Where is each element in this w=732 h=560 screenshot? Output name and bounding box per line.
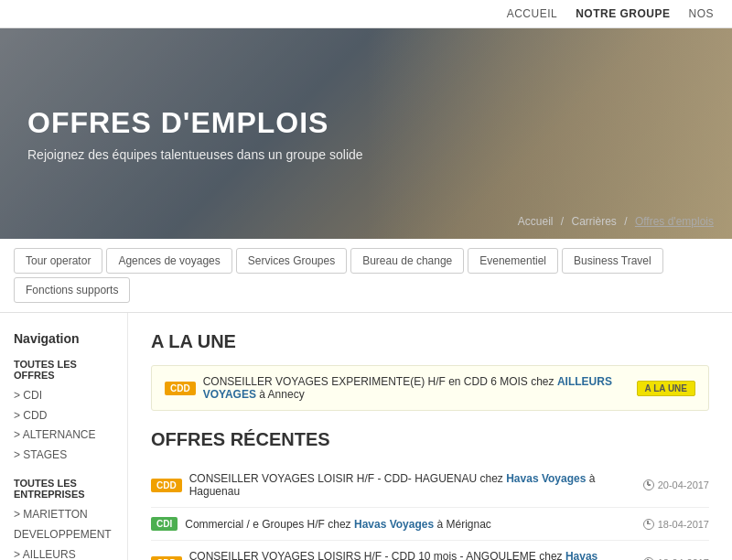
nav-notre-groupe[interactable]: NOTRE GROUPE bbox=[576, 7, 670, 20]
sidebar-alternance[interactable]: > ALTERNANCE bbox=[14, 425, 113, 446]
sidebar-cdi[interactable]: > CDI bbox=[14, 386, 113, 406]
offer-item-0[interactable]: CDD CONSEILLER VOYAGES LOISIR H/F - CDD-… bbox=[151, 463, 709, 508]
featured-badge: CDD bbox=[165, 382, 196, 395]
offer-item-0-left: CDD CONSEILLER VOYAGES LOISIR H/F - CDD-… bbox=[151, 472, 643, 498]
featured-offer-left: CDD CONSEILLER VOYAGES EXPERIMENTE(E) H/… bbox=[165, 375, 637, 401]
tab-bureau-change[interactable]: Bureau de change bbox=[350, 248, 464, 274]
tab-fonctions-supports[interactable]: Fonctions supports bbox=[14, 277, 130, 303]
clock-icon-0 bbox=[643, 479, 654, 490]
offer-1-text: Commercial / e Groupes H/F chez Havas Vo… bbox=[185, 518, 642, 531]
main-layout: Navigation TOUTES LES OFFRES > CDI > CDD… bbox=[0, 313, 732, 560]
sidebar: Navigation TOUTES LES OFFRES > CDI > CDD… bbox=[0, 313, 128, 560]
sidebar-marietton[interactable]: > MARIETTON DEVELOPPEMENT bbox=[14, 505, 113, 544]
breadcrumb: Accueil / Carrières / Offres d'emplois bbox=[518, 215, 714, 228]
offer-item-1-left: CDI Commercial / e Groupes H/F chez Hava… bbox=[151, 517, 643, 531]
hero-content: OFFRES D'EMPLOIS Rejoignez des équipes t… bbox=[27, 106, 705, 162]
tab-services-groupes[interactable]: Services Groupes bbox=[236, 248, 347, 274]
sidebar-ailleurs[interactable]: > AILLEURS bbox=[14, 545, 113, 560]
tab-agences-voyages[interactable]: Agences de voyages bbox=[106, 248, 231, 274]
featured-offer[interactable]: CDD CONSEILLER VOYAGES EXPERIMENTE(E) H/… bbox=[151, 365, 709, 411]
breadcrumb-sep1: / bbox=[561, 215, 564, 228]
offer-2-badge: CDD bbox=[151, 556, 182, 561]
offer-0-text: CONSEILLER VOYAGES LOISIR H/F - CDD- HAG… bbox=[189, 472, 643, 498]
nav-accueil[interactable]: ACCUEIL bbox=[507, 7, 558, 20]
offer-1-badge: CDI bbox=[151, 517, 178, 531]
sidebar-all-companies-heading: TOUTES LES ENTREPRISES bbox=[14, 478, 113, 500]
sidebar-stages[interactable]: > STAGES bbox=[14, 446, 113, 466]
alaune-badge: A LA UNE bbox=[637, 381, 695, 396]
offer-1-location: à Mérignac bbox=[436, 518, 490, 531]
main-content: A LA UNE CDD CONSEILLER VOYAGES EXPERIME… bbox=[128, 313, 732, 560]
sidebar-cdd[interactable]: > CDD bbox=[14, 406, 113, 426]
offer-item-2-left: CDD CONSEILLER VOYAGES LOISIRS H/F - CDD… bbox=[151, 550, 643, 560]
tab-evenementiel[interactable]: Evenementiel bbox=[468, 248, 558, 274]
recent-offers-section-title: OFFRES RÉCENTES bbox=[151, 429, 709, 450]
hero-subtitle: Rejoignez des équipes talentueuses dans … bbox=[27, 147, 705, 162]
offer-0-date-text: 20-04-2017 bbox=[658, 479, 709, 490]
offer-1-company: Havas Voyages bbox=[354, 518, 434, 531]
offer-1-date-text: 18-04-2017 bbox=[658, 519, 709, 530]
breadcrumb-home[interactable]: Accueil bbox=[518, 215, 554, 228]
tab-business-travel[interactable]: Business Travel bbox=[562, 248, 663, 274]
nav-nos[interactable]: NOS bbox=[688, 7, 714, 20]
offer-0-badge: CDD bbox=[151, 479, 182, 492]
clock-icon-1 bbox=[643, 519, 654, 530]
offer-0-main: CONSEILLER VOYAGES LOISIR H/F - CDD- HAG… bbox=[189, 472, 503, 485]
hero-title: OFFRES D'EMPLOIS bbox=[27, 106, 705, 140]
tab-tour-operator[interactable]: Tour operator bbox=[14, 248, 102, 274]
filter-tabs-bar: Tour operator Agences de voyages Service… bbox=[0, 239, 732, 313]
offer-2-main: CONSEILLER VOYAGES LOISIRS H/F - CDD 10 … bbox=[189, 550, 563, 560]
breadcrumb-careers[interactable]: Carrières bbox=[572, 215, 617, 228]
breadcrumb-current: Offres d'emplois bbox=[635, 215, 714, 228]
offer-item-1[interactable]: CDI Commercial / e Groupes H/F chez Hava… bbox=[151, 508, 709, 541]
offer-0-date: 20-04-2017 bbox=[643, 479, 709, 490]
featured-text-main: CONSEILLER VOYAGES EXPERIMENTE(E) H/F en… bbox=[203, 375, 554, 388]
featured-location: à Annecy bbox=[259, 388, 304, 401]
offer-1-main: Commercial / e Groupes H/F chez bbox=[185, 518, 350, 531]
offer-item-2[interactable]: CDD CONSEILLER VOYAGES LOISIRS H/F - CDD… bbox=[151, 541, 709, 560]
hero-banner: OFFRES D'EMPLOIS Rejoignez des équipes t… bbox=[0, 28, 732, 239]
sidebar-title: Navigation bbox=[14, 331, 113, 346]
top-navigation: ACCUEIL NOTRE GROUPE NOS bbox=[0, 0, 732, 28]
offer-2-text: CONSEILLER VOYAGES LOISIRS H/F - CDD 10 … bbox=[189, 550, 643, 560]
breadcrumb-sep2: / bbox=[624, 215, 627, 228]
offers-list: CDD CONSEILLER VOYAGES LOISIR H/F - CDD-… bbox=[151, 463, 709, 560]
alaune-section-title: A LA UNE bbox=[151, 331, 709, 352]
offer-1-date: 18-04-2017 bbox=[643, 519, 709, 530]
offer-0-company: Havas Voyages bbox=[506, 472, 586, 485]
sidebar-all-offers-heading: TOUTES LES OFFRES bbox=[14, 359, 113, 381]
featured-offer-text: CONSEILLER VOYAGES EXPERIMENTE(E) H/F en… bbox=[203, 375, 637, 401]
